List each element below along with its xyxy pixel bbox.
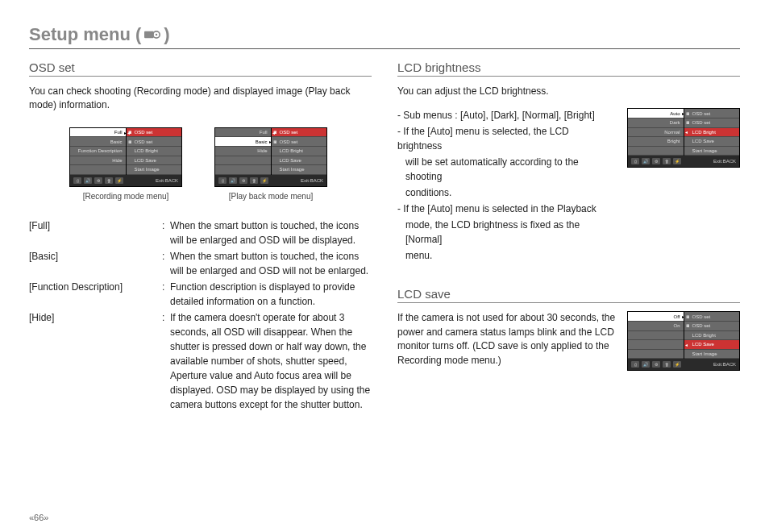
brightness-section-title: LCD brightness [397,60,740,77]
exit-label: Exit:BACK [301,178,323,183]
menu-right-item: ◙OSD set [684,118,740,128]
definition-row: [Function Description]:Function descript… [29,280,372,309]
menu-left-item: Function Description [70,147,126,156]
menu-left-item [215,156,271,166]
definition-desc: When the smart button is touched, the ic… [170,218,372,247]
svg-rect-0 [144,31,154,38]
menu-right-item: Start Image [684,350,740,360]
footer-icon: 🗑 [663,158,671,164]
lcdsave-menu: Off▸On◙OSD set◙OSD setLCD Bright◂LCD Sav… [627,311,740,371]
menu-left-item: Hide [215,147,271,156]
page-number: «66» [29,513,48,522]
playback-mode-menu: FullBasic▸Hide◙◂OSD set◙OSD setLCD Brigh… [214,127,327,187]
brightness-line: will be set automatically according to t… [397,155,616,184]
definition-term: [Hide] [29,310,162,412]
brightness-line: mode, the LCD brightness is fixed as the… [397,218,616,247]
menu-right-item: ◙OSD set [684,322,740,331]
arrow-left-icon: ◂ [272,130,275,135]
footer-icon: ⚙ [94,177,102,184]
left-column: OSD set You can check shooting (Recordin… [29,60,372,414]
menu-right-item: ◙OSD set [127,137,182,147]
menu-footer: ⎙🔊⚙🗑⚡Exit:BACK [215,175,326,186]
footer-icon: ⎙ [631,361,639,368]
footer-icon: 🗑 [663,361,671,368]
recording-caption: [Recording mode menu] [83,192,169,201]
bullet-icon: ◙ [687,120,690,125]
brightness-menu: Auto▸DarkNormalBright◙OSD set◙OSD set◂LC… [627,108,740,168]
definition-colon: : [162,218,170,247]
footer-icon-group: ⎙🔊⚙🗑⚡ [218,177,268,184]
menu-right-item: LCD Save [272,156,327,166]
definition-row: [Full]:When the smart button is touched,… [29,218,372,247]
footer-icon: 🔊 [642,158,650,164]
menu-right-item: ◙OSD set [684,312,740,322]
exit-label: Exit:BACK [713,362,736,367]
osd-definitions: [Full]:When the smart button is touched,… [29,218,372,412]
svg-point-2 [156,34,158,36]
menu-left-item: Bright [628,137,684,147]
menu-footer: ⎙🔊⚙🗑⚡Exit:BACK [70,175,181,186]
bullet-icon: ◙ [274,139,277,144]
footer-icon: ⚙ [239,177,247,184]
menu-right-item: ◙OSD set [272,137,327,147]
brightness-line: menu. [397,248,616,263]
recording-mode-menu: Full▸BasicFunction DescriptionHide◙◂OSD … [69,127,182,187]
setup-gear-icon [144,29,160,40]
definition-colon: : [162,310,170,412]
menu-left-item [628,350,684,360]
title-suffix: ) [164,24,169,45]
brightness-intro: You can adjust the LCD brightness. [397,85,740,98]
footer-icon: ⎙ [631,158,639,164]
menu-left-item [628,147,684,156]
menu-right-item: LCD Bright [127,147,182,156]
footer-icon: ⚡ [115,177,123,184]
exit-label: Exit:BACK [713,159,736,164]
osd-intro: You can check shooting (Recording mode) … [29,85,372,113]
menu-left-item: Basic [70,137,126,147]
brightness-text: - Sub menus : [Auto], [Dark], [Normal], … [397,108,616,264]
menu-left-item: Full [215,128,271,138]
menu-right-item: ◙◂OSD set [127,128,182,138]
definition-row: [Hide]:If the camera doesn't operate for… [29,310,372,412]
footer-icon: 🗑 [105,177,113,184]
menu-right-item: Start Image [684,147,740,156]
menu-right-item: LCD Save [127,156,182,166]
title-prefix: Setup menu ( [29,24,141,45]
footer-icon: ⚡ [673,361,681,368]
arrow-left-icon: ◂ [127,130,130,135]
bullet-icon: ◙ [687,323,690,328]
right-column: LCD brightness You can adjust the LCD br… [397,60,740,414]
definition-term: [Full] [29,218,162,247]
menu-right-item: Start Image [272,165,327,175]
footer-icon-group: ⎙🔊⚙🗑⚡ [631,158,681,164]
menu-left-item [215,165,271,175]
menu-right-item: ◂LCD Bright [684,128,740,138]
menu-right-item: Start Image [127,165,182,175]
arrow-left-icon: ◂ [685,342,688,347]
footer-icon-group: ⎙🔊⚙🗑⚡ [631,361,681,368]
footer-icon: 🔊 [229,177,237,184]
footer-icon: ⎙ [218,177,227,184]
menu-right-item: ◂LCD Save [684,340,740,350]
playback-caption: [Play back mode menu] [229,192,314,201]
menu-right-item: ◙OSD set [684,109,740,118]
footer-icon: ⚙ [652,361,660,368]
bullet-icon: ◙ [687,111,690,116]
definition-term: [Function Description] [29,280,162,309]
menu-left-item: Full▸ [70,128,126,138]
brightness-line: conditions. [397,185,616,200]
footer-icon: 🔊 [642,361,650,368]
brightness-line: - If the [Auto] menu is selected in the … [397,202,616,216]
osd-section-title: OSD set [29,60,372,77]
menu-left-item: Hide [70,156,126,166]
definition-term: [Basic] [29,249,162,278]
definition-row: [Basic]:When the smart button is touched… [29,249,372,278]
brightness-line: - Sub menus : [Auto], [Dark], [Normal], … [397,108,616,123]
exit-label: Exit:BACK [156,178,178,183]
footer-icon: ⚡ [260,177,268,184]
brightness-line: - If the [Auto] menu is selected, the LC… [397,124,616,153]
menu-footer: ⎙🔊⚙🗑⚡Exit:BACK [628,156,739,167]
menu-left-item: On [628,322,684,331]
definition-colon: : [162,249,170,278]
footer-icon-group: ⎙🔊⚙🗑⚡ [73,177,123,184]
